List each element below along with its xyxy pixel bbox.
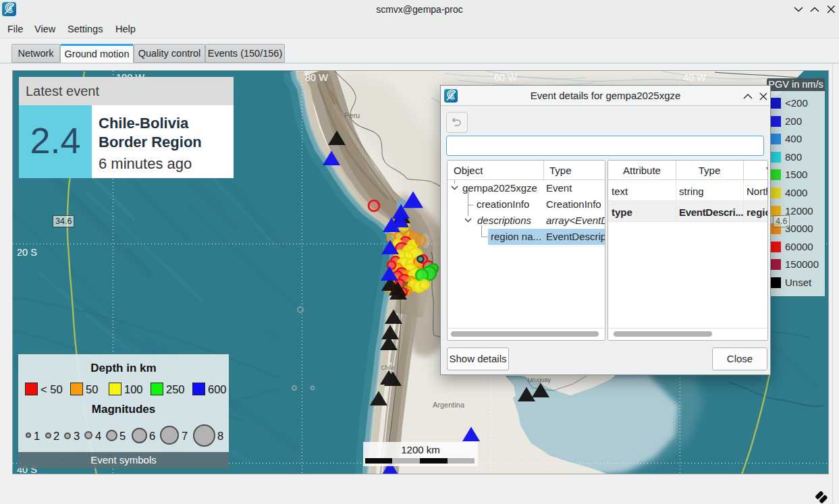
svg-text:Argentina: Argentina xyxy=(433,401,465,409)
svg-text:40 W: 40 W xyxy=(683,72,706,83)
svg-text:EventDescrip...: EventDescrip... xyxy=(546,231,605,242)
svg-text:descriptions: descriptions xyxy=(477,215,532,226)
svg-text:20 S: 20 S xyxy=(17,247,37,258)
svg-text:Peru: Peru xyxy=(344,111,360,119)
svg-text:Event: Event xyxy=(546,182,572,194)
svg-text:Uruguay: Uruguay xyxy=(528,376,551,383)
svg-text:80 W: 80 W xyxy=(305,72,328,83)
svg-text:gempa2025xgze: gempa2025xgze xyxy=(462,182,537,194)
svg-text:CreationInfo: CreationInfo xyxy=(546,198,601,210)
svg-text:60 W: 60 W xyxy=(494,72,517,83)
svg-text:region na...: region na... xyxy=(491,231,541,242)
svg-text:Chile: Chile xyxy=(381,364,395,371)
svg-text:array<EventD...: array<EventD... xyxy=(546,215,605,226)
svg-text:creationInfo: creationInfo xyxy=(477,198,529,210)
